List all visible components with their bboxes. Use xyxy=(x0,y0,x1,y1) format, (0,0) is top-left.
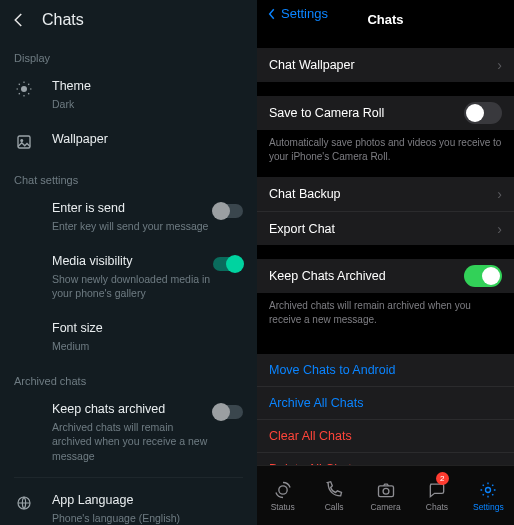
phone-icon xyxy=(324,480,344,500)
back-button[interactable]: Settings xyxy=(265,6,328,21)
enter-is-send-sub: Enter key will send your message xyxy=(52,219,213,233)
theme-icon xyxy=(14,79,34,99)
font-size-label: Font size xyxy=(52,320,243,337)
wallpaper-icon xyxy=(14,132,34,152)
enter-is-send-label: Enter is send xyxy=(52,200,213,217)
chat-backup-label: Chat Backup xyxy=(269,187,497,201)
chevron-left-icon xyxy=(265,7,279,21)
row-theme[interactable]: Theme Dark xyxy=(0,68,257,121)
tab-calls[interactable]: Calls xyxy=(308,466,359,525)
section-header-chat-settings: Chat settings xyxy=(0,162,257,190)
row-font-size[interactable]: Font size Medium xyxy=(0,310,257,363)
svg-point-4 xyxy=(279,485,287,493)
wallpaper-label: Wallpaper xyxy=(52,131,243,148)
row-chat-wallpaper[interactable]: Chat Wallpaper › xyxy=(257,48,514,82)
link-delete-all[interactable]: Delete All Chats xyxy=(257,452,514,465)
media-visibility-toggle[interactable] xyxy=(213,257,243,271)
section-header-display: Display xyxy=(0,40,257,68)
row-keep-archived[interactable]: Keep chats archived Archived chats will … xyxy=(0,391,257,472)
export-chat-label: Export Chat xyxy=(269,222,497,236)
keep-archived-toggle[interactable] xyxy=(213,405,243,419)
chevron-right-icon: › xyxy=(497,221,502,237)
back-label: Settings xyxy=(281,6,328,21)
tab-camera[interactable]: Camera xyxy=(360,466,411,525)
tab-bar: Status Calls Camera 2 Chats Settings xyxy=(257,465,514,525)
section-header-archived: Archived chats xyxy=(0,363,257,391)
tab-status[interactable]: Status xyxy=(257,466,308,525)
keep-archived-label: Keep Chats Archived xyxy=(269,269,464,283)
row-wallpaper[interactable]: Wallpaper xyxy=(0,121,257,162)
tab-label: Settings xyxy=(473,502,504,512)
save-camera-caption: Automatically save photos and videos you… xyxy=(257,130,514,173)
camera-icon xyxy=(376,480,396,500)
theme-value: Dark xyxy=(52,97,243,111)
clear-all-label: Clear All Chats xyxy=(269,429,352,443)
keep-archived-sub: Archived chats will remain archived when… xyxy=(52,420,213,463)
ios-header: Settings Chats xyxy=(257,0,514,34)
link-clear-all[interactable]: Clear All Chats xyxy=(257,419,514,452)
android-header: Chats xyxy=(0,0,257,40)
page-title: Chats xyxy=(42,11,84,29)
svg-point-0 xyxy=(21,86,27,92)
divider xyxy=(14,477,243,478)
move-android-label: Move Chats to Android xyxy=(269,363,395,377)
row-keep-archived-ios[interactable]: Keep Chats Archived xyxy=(257,259,514,293)
back-arrow-icon[interactable] xyxy=(10,11,28,29)
row-export-chat[interactable]: Export Chat › xyxy=(257,211,514,245)
font-size-value: Medium xyxy=(52,339,243,353)
chevron-right-icon: › xyxy=(497,57,502,73)
keep-archived-caption: Archived chats will remain archived when… xyxy=(257,293,514,336)
gear-icon xyxy=(478,480,498,500)
app-language-label: App Language xyxy=(52,492,243,509)
link-archive-all[interactable]: Archive All Chats xyxy=(257,386,514,419)
link-move-android[interactable]: Move Chats to Android xyxy=(257,354,514,386)
keep-archived-toggle[interactable] xyxy=(464,265,502,287)
svg-point-6 xyxy=(383,488,389,494)
globe-icon xyxy=(14,493,34,513)
row-chat-backup-ios[interactable]: Chat Backup › xyxy=(257,177,514,211)
row-media-visibility[interactable]: Media visibility Show newly downloaded m… xyxy=(0,243,257,310)
archive-all-label: Archive All Chats xyxy=(269,396,363,410)
tab-label: Calls xyxy=(325,502,344,512)
android-pane: Chats Display Theme Dark Wallpaper Chat … xyxy=(0,0,257,525)
enter-is-send-toggle[interactable] xyxy=(213,204,243,218)
row-save-camera[interactable]: Save to Camera Roll xyxy=(257,96,514,130)
tab-chats[interactable]: 2 Chats xyxy=(411,466,462,525)
tab-settings[interactable]: Settings xyxy=(463,466,514,525)
theme-label: Theme xyxy=(52,78,243,95)
media-visibility-sub: Show newly downloaded media in your phon… xyxy=(52,272,213,300)
chats-badge: 2 xyxy=(436,472,449,485)
row-enter-is-send[interactable]: Enter is send Enter key will send your m… xyxy=(0,190,257,243)
app-language-value: Phone's language (English) xyxy=(52,511,243,525)
keep-archived-label: Keep chats archived xyxy=(52,401,213,418)
chat-wallpaper-label: Chat Wallpaper xyxy=(269,58,497,72)
svg-rect-5 xyxy=(378,485,393,496)
status-icon xyxy=(273,480,293,500)
row-app-language[interactable]: App Language Phone's language (English) xyxy=(0,482,257,525)
save-camera-label: Save to Camera Roll xyxy=(269,106,464,120)
media-visibility-label: Media visibility xyxy=(52,253,213,270)
tab-label: Status xyxy=(271,502,295,512)
tab-label: Camera xyxy=(370,502,400,512)
page-title: Chats xyxy=(367,12,403,27)
svg-point-2 xyxy=(21,140,23,142)
svg-point-7 xyxy=(486,487,491,492)
chevron-right-icon: › xyxy=(497,186,502,202)
ios-pane: Settings Chats Chat Wallpaper › Save to … xyxy=(257,0,514,525)
tab-label: Chats xyxy=(426,502,448,512)
svg-rect-1 xyxy=(18,136,30,148)
save-camera-toggle[interactable] xyxy=(464,102,502,124)
